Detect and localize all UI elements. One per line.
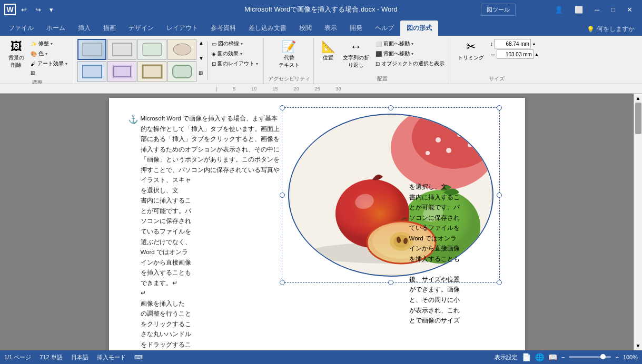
handle-tc[interactable] <box>388 105 393 110</box>
group-size-content: ✂ トリミング ↕ ▲ ↔ ▲ <box>455 38 539 74</box>
input-mode: 挿入モード <box>97 353 126 361</box>
position-button[interactable]: 📐 位置 <box>318 39 339 63</box>
scroll-thumb[interactable] <box>635 103 641 134</box>
handle-tr[interactable] <box>497 105 502 110</box>
ruler-mark: 15 <box>272 86 278 92</box>
tab-view[interactable]: 表示 <box>318 21 343 36</box>
corrections-button[interactable]: ✨ 修整 ▾ <box>28 39 70 48</box>
account-button[interactable]: 👤 <box>549 4 568 16</box>
compress-button[interactable]: ⊞ <box>28 69 70 77</box>
style-scroll-down[interactable]: ▼ <box>197 54 205 62</box>
tab-insert[interactable]: 挿入 <box>72 21 97 36</box>
svg-point-16 <box>468 143 472 147</box>
selection-pane-button[interactable]: ⊡ オブジェクトの選択と表示 <box>373 59 447 68</box>
ruler: | 5 10 15 20 25 30 <box>0 84 642 94</box>
bring-forward-button[interactable]: ⬜ 前面へ移動 ▾ <box>373 39 447 48</box>
style-thumb-3[interactable] <box>137 39 166 60</box>
tab-layout[interactable]: レイアウト <box>160 21 204 36</box>
alt-text-label: 代替テキスト <box>279 54 300 69</box>
width-input[interactable] <box>497 49 534 59</box>
status-right: 表示設定 📄 🌐 📖 − + 100% <box>495 353 638 361</box>
art-effects-dropdown: ▾ <box>65 62 67 66</box>
art-effects-button[interactable]: 🖌 アート効果 ▾ <box>28 59 70 68</box>
undo-button[interactable]: ↩ <box>18 4 30 16</box>
scroll-track[interactable] <box>634 103 642 341</box>
scroll-down-button[interactable]: ▼ <box>634 341 642 350</box>
remove-bg-label: 背景の削除 <box>8 54 24 69</box>
send-backward-button[interactable]: ⬛ 背面へ移動 ▾ <box>373 49 447 58</box>
crop-label: トリミング <box>458 54 484 62</box>
picture-layout-button[interactable]: ⊡ 図のレイアウト ▾ <box>210 59 260 68</box>
width-row: ↔ ▲ <box>490 49 539 59</box>
corrections-icon: ✨ <box>31 41 37 47</box>
backward-icon: ⬛ <box>376 51 382 57</box>
effects-label: 図の効果 <box>218 50 239 57</box>
remove-background-button[interactable]: 🖼 背景の削除 <box>5 39 27 70</box>
wrap-label: 文字列の折り返し <box>343 54 369 69</box>
handle-mr[interactable] <box>497 193 502 198</box>
view-btn-print[interactable]: 📄 <box>522 353 531 361</box>
style-thumb-2[interactable] <box>107 39 136 60</box>
tab-design[interactable]: デザイン <box>122 21 160 36</box>
tab-file[interactable]: ファイル <box>2 21 40 36</box>
ruler-mark: 30 <box>335 86 341 92</box>
style-thumb-7[interactable] <box>137 61 166 82</box>
ribbon-content: 🖼 背景の削除 ✨ 修整 ▾ 🎨 色 ▾ 🖌 アート効果 ▾ <box>0 36 642 84</box>
redo-button[interactable]: ↪ <box>32 4 44 16</box>
style-scroll-buttons: ▲ ▼ ⊞ <box>197 39 205 77</box>
group-access-content: 📝 代替テキスト <box>275 38 303 74</box>
tab-references[interactable]: 参考資料 <box>204 21 242 36</box>
style-thumb-5[interactable] <box>77 61 106 82</box>
maximize-button[interactable]: □ <box>606 4 620 16</box>
style-thumb-8[interactable] <box>167 61 196 82</box>
tab-developer[interactable]: 開発 <box>343 21 369 36</box>
zoom-out-button[interactable]: − <box>561 354 565 360</box>
style-thumb-1[interactable] <box>77 39 106 60</box>
right-para-1: を選択し、文 書内に挿入するこ とが可能です。パ ソコンに保存され ているファイ… <box>409 182 493 264</box>
style-thumb-6[interactable] <box>107 61 136 82</box>
tab-help[interactable]: ヘルプ <box>369 21 400 36</box>
height-arrow-icon: ↕ <box>490 41 493 47</box>
minimize-button[interactable]: ─ <box>589 4 605 16</box>
right-column-text: を選択し、文 書内に挿入するこ とが可能です。パ ソコンに保存され ているファイ… <box>409 182 493 326</box>
ribbon-display-button[interactable]: ⬜ <box>569 4 588 16</box>
style-thumb-4[interactable] <box>167 39 196 60</box>
backward-label: 背面へ移動 <box>383 50 410 57</box>
tab-home[interactable]: ホーム <box>40 21 72 36</box>
svg-rect-0 <box>83 43 102 56</box>
height-spinner-up[interactable]: ▲ <box>532 42 536 46</box>
handle-tl[interactable] <box>280 105 285 110</box>
ribbon-search-area[interactable]: 💡 何をしますか <box>581 23 640 36</box>
zoom-level[interactable]: 100% <box>623 354 638 360</box>
handle-br[interactable] <box>497 280 502 285</box>
vertical-scrollbar[interactable]: ▲ ▼ <box>634 94 642 350</box>
view-btn-web[interactable]: 🌐 <box>535 353 544 361</box>
tab-draw[interactable]: 描画 <box>97 21 122 36</box>
document-scroll[interactable]: ⚓ <box>0 94 634 350</box>
picture-effects-button[interactable]: ◈ 図の効果 ▾ <box>210 49 260 58</box>
alt-text-button[interactable]: 📝 代替テキスト <box>275 39 303 70</box>
width-spinner-up[interactable]: ▲ <box>535 52 539 57</box>
view-btn-read[interactable]: 📖 <box>548 353 557 361</box>
zoom-in-button[interactable]: + <box>615 354 618 360</box>
zoom-thumb <box>600 354 606 359</box>
border-icon: ▭ <box>212 41 216 47</box>
color-button[interactable]: 🎨 色 ▾ <box>28 49 70 58</box>
quick-access-dropdown[interactable]: ▾ <box>46 4 56 16</box>
style-more[interactable]: ⊞ <box>197 69 205 77</box>
tab-review[interactable]: 校閲 <box>293 21 318 36</box>
tab-mailings[interactable]: 差し込み文書 <box>242 21 293 36</box>
text-wrap-button[interactable]: ↔ 文字列の折り返し <box>340 39 372 70</box>
picture-border-button[interactable]: ▭ 図の枠線 ▾ <box>210 39 260 48</box>
height-input[interactable] <box>494 39 531 48</box>
style-scroll-up[interactable]: ▲ <box>197 39 205 47</box>
scroll-up-button[interactable]: ▲ <box>634 94 642 103</box>
right-para-br <box>409 264 493 275</box>
display-settings[interactable]: 表示設定 <box>495 353 518 361</box>
group-arrange-content: 📐 位置 ↔ 文字列の折り返し ⬜ 前面へ移動 ▾ ⬛ 背面へ移動 ▾ <box>318 38 447 74</box>
close-button[interactable]: ✕ <box>621 4 638 16</box>
zoom-slider[interactable] <box>569 356 611 358</box>
group-arrange: 📐 位置 ↔ 文字列の折り返し ⬜ 前面へ移動 ▾ ⬛ 背面へ移動 ▾ <box>315 38 450 84</box>
tab-picture-format[interactable]: 図の形式 <box>400 21 438 36</box>
crop-button[interactable]: ✂ トリミング <box>455 39 487 63</box>
